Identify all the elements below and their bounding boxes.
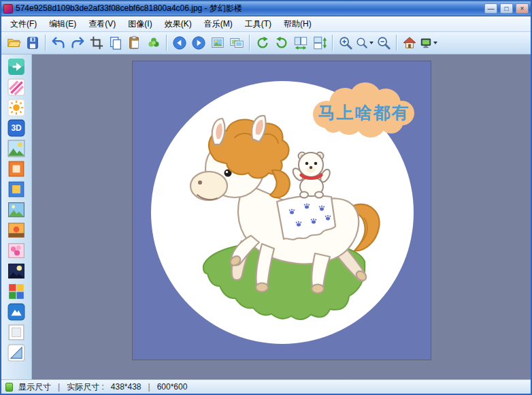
save-floppy-icon [25, 35, 40, 50]
sidebar-tool-sun-effect[interactable] [7, 98, 26, 117]
menu-item-help[interactable]: 帮助(H) [278, 16, 318, 32]
zoom-in-button[interactable] [336, 33, 355, 52]
sun-icon [7, 99, 25, 116]
blossom-photo-icon [7, 242, 25, 259]
sidebar-tool-blue-mountain[interactable] [7, 302, 26, 321]
zoom-out-button[interactable] [374, 33, 393, 52]
menu-item-image[interactable]: 图像(I) [122, 16, 158, 32]
blue-frame-icon [7, 180, 25, 198]
save-button[interactable] [23, 33, 42, 52]
statusbar: 显示尺寸 | 实际尺寸 : 438*438 | 600*600 [1, 379, 531, 394]
flip-horizontal-icon [293, 35, 308, 50]
rotate-left-button[interactable] [253, 33, 272, 52]
redo-button[interactable] [68, 33, 87, 52]
menu-item-tools[interactable]: 工具(T) [239, 16, 278, 32]
sidebar-tool-triangle-ruler[interactable] [7, 343, 26, 362]
next-icon [191, 35, 206, 50]
effects-button[interactable] [144, 33, 163, 52]
actual-size-value: 600*600 [157, 382, 188, 392]
sidebar-tool-blue-frame[interactable] [7, 180, 26, 199]
toolbar-separator [166, 35, 167, 51]
photo-view-icon [210, 35, 225, 50]
menu-item-file[interactable]: 文件(F) [4, 16, 43, 32]
menubar: 文件(F) 编辑(E) 查看(V) 图像(I) 效果(K) 音乐(M) 工具(T… [1, 16, 531, 32]
home-button[interactable] [400, 33, 419, 52]
image-view[interactable]: 马上啥都有 [133, 61, 431, 360]
close-button[interactable]: × [516, 3, 529, 14]
flip-vertical-button[interactable] [310, 33, 329, 52]
sidebar-tool-white-frame[interactable] [7, 323, 26, 342]
undo-button[interactable] [49, 33, 68, 52]
rotate-right-button[interactable] [272, 33, 291, 52]
dropdown-caret-icon [433, 42, 437, 44]
copy-icon [108, 35, 123, 50]
next-image-button[interactable] [189, 33, 208, 52]
sidebar-tool-color-grid[interactable] [7, 282, 26, 301]
sidebar-tool-navigate[interactable] [7, 57, 26, 76]
paste-icon [127, 35, 142, 50]
3d-text-icon: 3D [7, 119, 25, 137]
maximize-button[interactable]: □ [500, 3, 513, 14]
view-photo-button[interactable] [208, 33, 227, 52]
previous-image-button[interactable] [170, 33, 189, 52]
sidebar-tool-sunset-photo[interactable] [7, 221, 26, 240]
effects-leaf-icon [146, 35, 161, 50]
toolbar-separator [45, 35, 46, 51]
sidebar-tool-orange-frame[interactable] [7, 159, 26, 178]
display-size-label: 显示尺寸 [18, 381, 51, 393]
rotate-left-icon [255, 35, 270, 50]
white-frame-icon [7, 323, 25, 341]
blue-mountain-icon [7, 303, 25, 321]
navigate-arrow-icon [7, 58, 25, 76]
toolbar-separator [332, 35, 333, 51]
menu-item-view[interactable]: 查看(V) [82, 16, 122, 32]
sidebar-tool-text-3d[interactable]: 3D [7, 118, 26, 138]
sidebar-tool-landscape[interactable] [7, 200, 26, 219]
flip-horizontal-button[interactable] [291, 33, 310, 52]
sidebar-tool-pink-filter[interactable] [7, 78, 26, 97]
status-separator: | [58, 382, 60, 392]
open-folder-icon [6, 35, 21, 50]
pink-filter-icon [7, 78, 25, 96]
copy-button[interactable] [106, 33, 125, 52]
actual-size-label: 实际尺寸 : [67, 381, 104, 393]
open-button[interactable] [4, 33, 23, 52]
dropdown-caret-icon [369, 42, 373, 44]
toolbar [1, 32, 531, 54]
sidebar-tool-blossom-photo[interactable] [7, 241, 26, 260]
canvas-area[interactable]: 马上啥都有 [32, 54, 531, 379]
app-icon [3, 4, 13, 14]
menu-item-music[interactable]: 音乐(M) [198, 16, 239, 32]
crop-button[interactable] [87, 33, 106, 52]
pony-illustration: 马上啥都有 [133, 61, 431, 360]
redo-icon [70, 35, 85, 50]
titlebar: 574e9258d109b3de2af33f08cebf6c81800a4c06… [1, 1, 531, 16]
sidebar-tool-scenery[interactable] [7, 139, 26, 158]
rotate-right-icon [274, 35, 289, 50]
color-grid-icon [7, 283, 25, 300]
3d-label: 3D [11, 123, 22, 133]
zoom-in-icon [338, 35, 353, 50]
caption-text: 马上啥都有 [318, 103, 410, 122]
orange-frame-icon [7, 160, 25, 178]
menu-item-effects[interactable]: 效果(K) [159, 16, 198, 32]
minimize-button[interactable]: — [484, 3, 497, 14]
display-size-value: 438*438 [111, 382, 142, 392]
scenery-icon [7, 140, 25, 157]
triangle-ruler-icon [7, 344, 25, 362]
tool-sidebar: 3D [1, 54, 32, 379]
sidebar-tool-night-photo[interactable] [7, 262, 26, 281]
status-indicator-icon [5, 383, 13, 392]
screen-mode-button[interactable] [419, 33, 438, 52]
monitor-icon [420, 35, 432, 50]
status-separator: | [148, 382, 150, 392]
undo-icon [51, 35, 66, 50]
zoom-level-button[interactable] [355, 33, 374, 52]
toolbar-separator [396, 35, 397, 51]
view-dual-button[interactable] [227, 33, 246, 52]
menu-item-edit[interactable]: 编辑(E) [43, 16, 82, 32]
sunset-photo-icon [7, 221, 25, 239]
paste-button[interactable] [125, 33, 144, 52]
crop-icon [89, 35, 104, 50]
home-icon [402, 35, 417, 50]
